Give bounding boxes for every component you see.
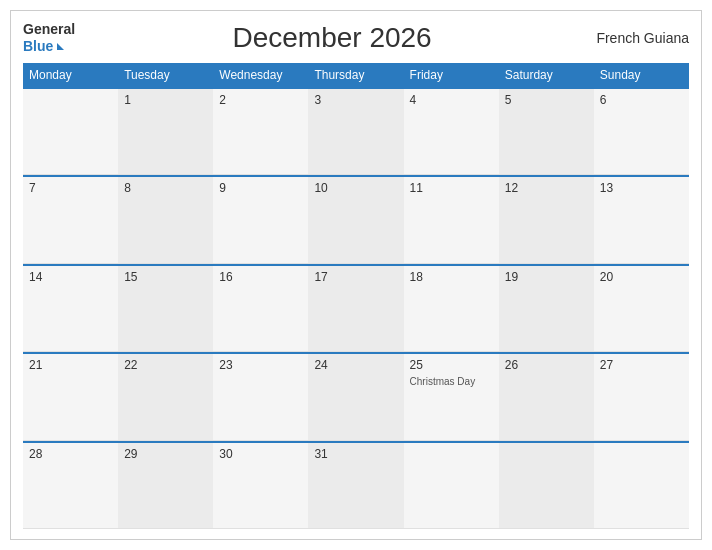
week-row-3: 14151617181920 [23,264,689,352]
event-label: Christmas Day [410,376,493,387]
day-number: 19 [505,270,588,284]
day-cell: 3 [308,89,403,174]
day-number: 14 [29,270,112,284]
day-headers-row: MondayTuesdayWednesdayThursdayFridaySatu… [23,63,689,87]
day-cell: 5 [499,89,594,174]
day-cell: 25Christmas Day [404,354,499,439]
day-number: 27 [600,358,683,372]
day-cell: 14 [23,266,118,351]
day-cell [404,443,499,528]
day-number: 11 [410,181,493,195]
day-cell: 7 [23,177,118,262]
day-number: 22 [124,358,207,372]
day-number: 26 [505,358,588,372]
day-number: 30 [219,447,302,461]
day-cell: 6 [594,89,689,174]
day-number: 7 [29,181,112,195]
calendar-title: December 2026 [75,22,589,54]
day-header-wednesday: Wednesday [213,63,308,87]
calendar-container: General Blue December 2026 French Guiana… [10,10,702,540]
day-header-monday: Monday [23,63,118,87]
day-number: 24 [314,358,397,372]
day-cell: 19 [499,266,594,351]
day-number: 31 [314,447,397,461]
day-cell: 24 [308,354,403,439]
day-number: 17 [314,270,397,284]
day-cell: 29 [118,443,213,528]
region-label: French Guiana [589,30,689,46]
week-row-5: 28293031 [23,441,689,529]
day-header-friday: Friday [404,63,499,87]
logo-blue-text: Blue [23,38,53,55]
logo-triangle-icon [57,43,64,50]
day-cell: 9 [213,177,308,262]
day-number: 8 [124,181,207,195]
day-header-thursday: Thursday [308,63,403,87]
day-number: 16 [219,270,302,284]
calendar-grid: MondayTuesdayWednesdayThursdayFridaySatu… [23,63,689,529]
day-number: 1 [124,93,207,107]
week-row-2: 78910111213 [23,175,689,263]
day-cell: 1 [118,89,213,174]
day-header-saturday: Saturday [499,63,594,87]
day-number: 2 [219,93,302,107]
day-number: 29 [124,447,207,461]
day-number: 28 [29,447,112,461]
day-cell: 21 [23,354,118,439]
day-cell: 11 [404,177,499,262]
day-cell: 27 [594,354,689,439]
day-cell: 17 [308,266,403,351]
day-cell: 16 [213,266,308,351]
day-number: 3 [314,93,397,107]
logo-blue-row: Blue [23,38,64,55]
day-number: 9 [219,181,302,195]
day-number: 20 [600,270,683,284]
day-number: 4 [410,93,493,107]
day-number: 12 [505,181,588,195]
week-row-4: 2122232425Christmas Day2627 [23,352,689,440]
week-row-1: 123456 [23,87,689,175]
day-number: 15 [124,270,207,284]
day-cell [23,89,118,174]
logo-general-text: General [23,21,75,38]
day-cell: 13 [594,177,689,262]
day-cell: 23 [213,354,308,439]
day-number: 25 [410,358,493,372]
day-cell: 4 [404,89,499,174]
logo: General Blue [23,21,75,55]
day-number: 10 [314,181,397,195]
day-number: 5 [505,93,588,107]
day-header-sunday: Sunday [594,63,689,87]
day-cell [594,443,689,528]
day-cell: 26 [499,354,594,439]
day-cell: 31 [308,443,403,528]
day-cell: 2 [213,89,308,174]
day-cell: 22 [118,354,213,439]
day-header-tuesday: Tuesday [118,63,213,87]
day-cell: 10 [308,177,403,262]
day-number: 13 [600,181,683,195]
day-number: 23 [219,358,302,372]
day-cell: 30 [213,443,308,528]
day-cell: 15 [118,266,213,351]
day-cell [499,443,594,528]
day-number: 21 [29,358,112,372]
day-cell: 12 [499,177,594,262]
day-number: 18 [410,270,493,284]
day-cell: 28 [23,443,118,528]
day-cell: 20 [594,266,689,351]
calendar-header: General Blue December 2026 French Guiana [23,21,689,55]
day-cell: 18 [404,266,499,351]
day-number: 6 [600,93,683,107]
weeks-container: 1234567891011121314151617181920212223242… [23,87,689,529]
day-cell: 8 [118,177,213,262]
